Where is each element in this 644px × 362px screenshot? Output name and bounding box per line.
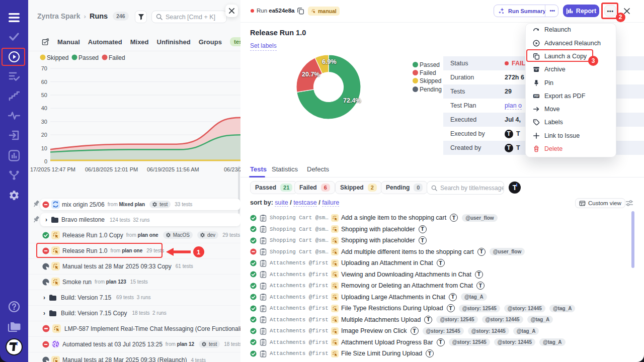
svg-text:Skipped: Skipped <box>47 54 68 61</box>
svg-text:20: 20 <box>41 132 47 138</box>
svg-text:0: 0 <box>44 158 47 164</box>
svg-text:06/19/2025 11:56 AM: 06/19/2025 11:56 AM <box>147 166 199 172</box>
svg-text:06/23/202: 06/23/202 <box>224 166 240 172</box>
svg-text:Passed: Passed <box>78 54 99 61</box>
svg-text:10: 10 <box>41 145 47 151</box>
svg-text:60: 60 <box>41 79 47 85</box>
svg-text:30: 30 <box>41 119 47 125</box>
svg-text:20.7%: 20.7% <box>302 71 319 78</box>
svg-text:72.4%: 72.4% <box>343 97 361 104</box>
svg-text:50: 50 <box>41 92 47 98</box>
svg-text:06/18/2025 12:01 PM: 06/18/2025 12:01 PM <box>85 166 138 172</box>
svg-text:Failed: Failed <box>109 54 125 61</box>
svg-text:70: 70 <box>41 65 47 71</box>
svg-text:40: 40 <box>41 105 47 111</box>
svg-text:17/2025 12:47 PM: 17/2025 12:47 PM <box>30 166 75 172</box>
svg-text:PDF: PDF <box>534 95 539 98</box>
svg-text:6.9%: 6.9% <box>322 58 337 65</box>
